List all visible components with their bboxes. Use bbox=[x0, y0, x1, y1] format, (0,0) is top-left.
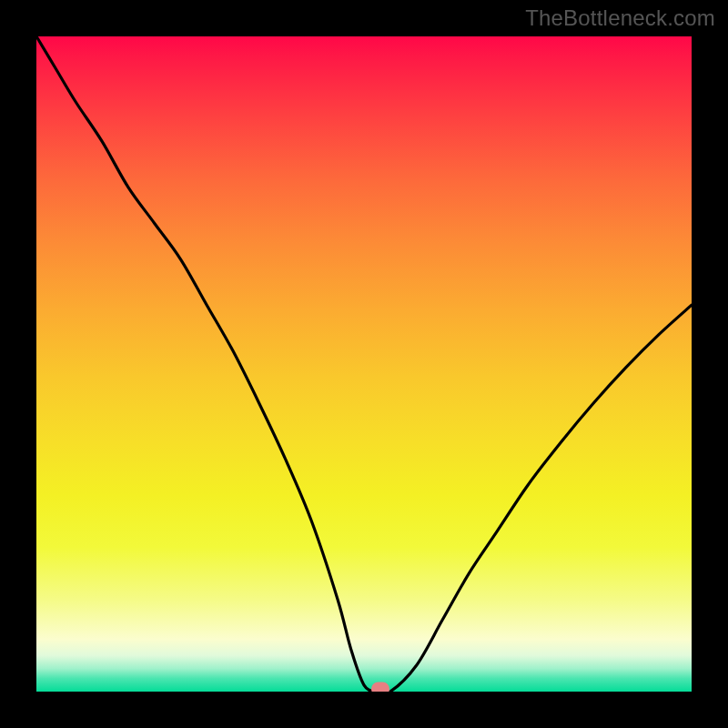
chart-frame: TheBottleneck.com bbox=[0, 0, 728, 728]
plot-area bbox=[36, 36, 692, 692]
watermark-text: TheBottleneck.com bbox=[525, 5, 715, 31]
optimal-point-marker bbox=[371, 682, 389, 693]
bottleneck-curve bbox=[36, 36, 692, 692]
